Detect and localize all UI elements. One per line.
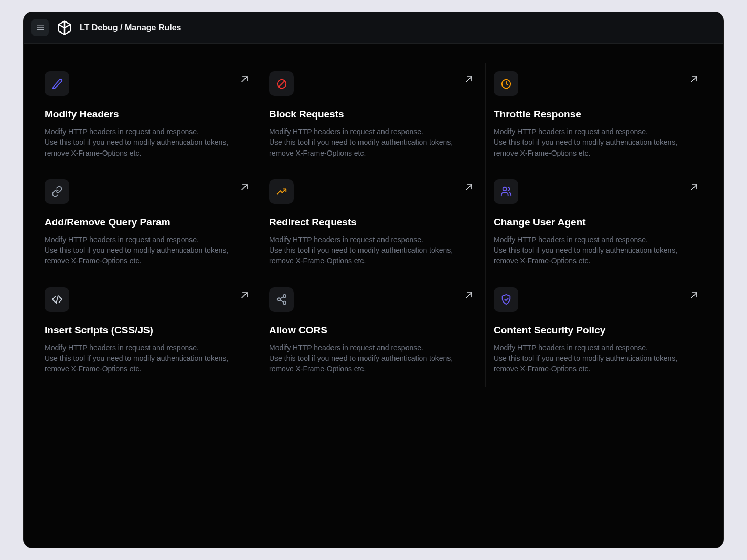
card-title: Add/Remove Query Param bbox=[45, 217, 253, 228]
card-description: Modify HTTP headers in request and respo… bbox=[269, 234, 477, 266]
block-icon bbox=[276, 78, 287, 90]
pencil-icon bbox=[51, 78, 63, 90]
users-icon bbox=[500, 186, 512, 197]
card-description: Modify HTTP headers in request and respo… bbox=[45, 342, 253, 374]
open-arrow-icon[interactable] bbox=[689, 182, 699, 195]
rule-card[interactable]: Block RequestsModify HTTP headers in req… bbox=[261, 63, 486, 171]
card-description: Modify HTTP headers in request and respo… bbox=[494, 126, 702, 158]
rule-card[interactable]: Content Security PolicyModify HTTP heade… bbox=[486, 279, 710, 387]
card-header bbox=[269, 71, 477, 96]
rule-card[interactable]: Insert Scripts (CSS/JS)Modify HTTP heade… bbox=[37, 279, 261, 387]
header-bar: LT Debug / Manage Rules bbox=[24, 12, 723, 44]
card-description: Modify HTTP headers in request and respo… bbox=[45, 234, 253, 266]
rule-card[interactable]: Add/Remove Query ParamModify HTTP header… bbox=[37, 171, 261, 279]
logo-icon bbox=[57, 20, 72, 36]
card-icon-box bbox=[494, 287, 518, 312]
card-icon-box bbox=[45, 179, 69, 204]
app-logo bbox=[56, 19, 73, 36]
link-icon bbox=[51, 186, 63, 197]
open-arrow-icon[interactable] bbox=[689, 74, 699, 87]
card-description: Modify HTTP headers in request and respo… bbox=[45, 126, 253, 158]
card-icon-box bbox=[269, 71, 294, 96]
open-arrow-icon[interactable] bbox=[464, 182, 474, 195]
card-title: Insert Scripts (CSS/JS) bbox=[45, 325, 253, 336]
code-icon bbox=[51, 294, 63, 305]
card-icon-box bbox=[45, 287, 69, 312]
rule-card[interactable]: Redirect RequestsModify HTTP headers in … bbox=[261, 171, 486, 279]
card-header bbox=[494, 287, 702, 312]
card-icon-box bbox=[494, 179, 518, 204]
rule-card[interactable]: Throttle ResponseModify HTTP headers in … bbox=[486, 63, 710, 171]
card-title: Content Security Policy bbox=[494, 325, 702, 336]
page-title: LT Debug / Manage Rules bbox=[80, 23, 182, 33]
open-arrow-icon[interactable] bbox=[689, 290, 699, 303]
open-arrow-icon[interactable] bbox=[239, 290, 250, 303]
trending-up-icon bbox=[276, 186, 287, 197]
open-arrow-icon[interactable] bbox=[464, 74, 474, 87]
open-arrow-icon[interactable] bbox=[239, 182, 250, 195]
rules-grid: Modify HeadersModify HTTP headers in req… bbox=[37, 63, 710, 387]
card-header bbox=[494, 179, 702, 204]
share-icon bbox=[276, 294, 287, 305]
app-window: LT Debug / Manage Rules Modify HeadersMo… bbox=[23, 12, 724, 548]
card-title: Redirect Requests bbox=[269, 217, 477, 228]
card-header bbox=[45, 179, 253, 204]
card-title: Modify Headers bbox=[45, 109, 253, 120]
card-header bbox=[45, 287, 253, 312]
rule-card[interactable]: Modify HeadersModify HTTP headers in req… bbox=[37, 63, 261, 171]
card-icon-box bbox=[494, 71, 518, 96]
card-icon-box bbox=[269, 287, 294, 312]
card-description: Modify HTTP headers in request and respo… bbox=[494, 234, 702, 266]
card-icon-box bbox=[269, 179, 294, 204]
clock-icon bbox=[500, 78, 512, 90]
card-title: Allow CORS bbox=[269, 325, 477, 336]
card-title: Block Requests bbox=[269, 109, 477, 120]
menu-button[interactable] bbox=[31, 19, 49, 36]
card-title: Change User Agent bbox=[494, 217, 702, 228]
menu-icon bbox=[36, 23, 45, 33]
rule-card[interactable]: Change User AgentModify HTTP headers in … bbox=[486, 171, 710, 279]
card-header bbox=[494, 71, 702, 96]
card-title: Throttle Response bbox=[494, 109, 702, 120]
open-arrow-icon[interactable] bbox=[464, 290, 474, 303]
card-header bbox=[269, 179, 477, 204]
card-icon-box bbox=[45, 71, 69, 96]
content-area: Modify HeadersModify HTTP headers in req… bbox=[24, 44, 723, 548]
rule-card[interactable]: Allow CORSModify HTTP headers in request… bbox=[261, 279, 486, 387]
card-description: Modify HTTP headers in request and respo… bbox=[494, 342, 702, 374]
card-header bbox=[269, 287, 477, 312]
card-description: Modify HTTP headers in request and respo… bbox=[269, 342, 477, 374]
card-description: Modify HTTP headers in request and respo… bbox=[269, 126, 477, 158]
shield-check-icon bbox=[500, 294, 512, 305]
open-arrow-icon[interactable] bbox=[239, 74, 250, 87]
card-header bbox=[45, 71, 253, 96]
